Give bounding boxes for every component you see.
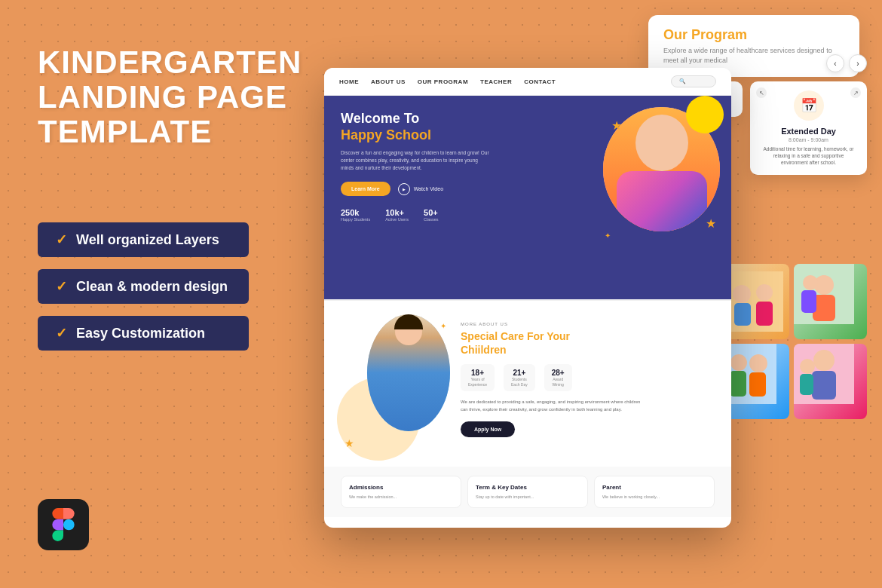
svg-rect-3 (734, 303, 751, 326)
photo-4 (794, 344, 867, 419)
hero-text: Welcome To Happy School (341, 111, 492, 143)
star-decoration-1: ★ (611, 118, 622, 133)
stat-students: 250k Happy Students (341, 208, 370, 222)
extended-day-card: ↖ ↗ 📅 Extended Day 8:00am - 9:00am Addit… (750, 81, 867, 175)
play-icon (398, 183, 410, 195)
nav-contact[interactable]: CONTACT (524, 78, 556, 85)
svg-rect-17 (812, 371, 836, 400)
about-description: We are dedicated to providing a safe, en… (461, 399, 642, 413)
hero-description: Discover a fun and engaging way for chil… (341, 149, 492, 171)
about-title: Special Care For Your Chiildren (461, 329, 642, 357)
stat-classes: 50+ Classes (424, 208, 439, 222)
calendar-icon: 📅 (801, 97, 817, 114)
about-section: ★ ✦ MORE ABOUT US Special Care For Your … (324, 301, 731, 467)
calendar-icon-circle: 📅 (794, 90, 824, 121)
extended-day-time: 8:00am - 9:00am (759, 137, 858, 142)
svg-point-11 (730, 354, 747, 371)
card-admissions-title: Admissions (349, 484, 453, 491)
stat-students-label: Happy Students (341, 217, 370, 222)
website-mockup: HOME ABOUT US OUR PROGRAM TEACHER CONTAC… (324, 68, 731, 528)
hero-image-area: ★ ★ ✦ (599, 103, 720, 247)
ext-left-arrow: ↖ (756, 87, 767, 98)
title-block: KINDERGARTEN LANDING PAGE TEMPLATE (38, 45, 302, 150)
about-image-container: ★ ✦ (341, 314, 450, 453)
hero-buttons: Learn More Watch Video (341, 182, 492, 196)
program-card-title: Our Program (663, 27, 844, 43)
bottom-cards: Admissions We make the admission... Term… (324, 467, 731, 517)
card-parent-desc: We believe in working closely... (602, 494, 706, 500)
person-hair (394, 314, 423, 329)
card-admissions-desc: We make the admission... (349, 494, 453, 500)
search-box[interactable]: 🔍 (671, 75, 716, 87)
left-panel: KINDERGARTEN LANDING PAGE TEMPLATE ✓ Wel… (0, 0, 339, 588)
stat-users-number: 10k+ (385, 208, 409, 217)
feature-item-layers: ✓ Well organized Layers (38, 222, 249, 257)
about-label: MORE ABOUT US (461, 322, 642, 326)
mock-navbar: HOME ABOUT US OUR PROGRAM TEACHER CONTAC… (324, 68, 731, 96)
figma-icon (51, 508, 75, 541)
watch-video-button[interactable]: Watch Video (398, 183, 443, 195)
photo-1-graphic (723, 271, 783, 332)
photo-bg-4 (794, 344, 867, 419)
stat-users-label: Active Users (385, 217, 409, 222)
svg-point-2 (756, 284, 773, 301)
stat-users: 10k+ Active Users (385, 208, 409, 222)
check-icon-3: ✓ (56, 325, 67, 341)
photo-4-graphic (794, 344, 854, 404)
about-star-2: ✦ (440, 322, 446, 330)
next-arrow-button[interactable]: › (849, 54, 867, 72)
svg-point-16 (813, 350, 835, 371)
star-decoration-3: ✦ (605, 231, 611, 240)
feature-item-design: ✓ Clean & modern design (38, 269, 249, 304)
svg-point-18 (800, 359, 815, 374)
photo-grid (716, 264, 867, 419)
card-parent-title: Parent (602, 484, 706, 491)
apply-now-button[interactable]: Apply Now (461, 421, 515, 437)
check-icon-1: ✓ (56, 231, 67, 248)
ext-right-arrow: ↗ (850, 87, 861, 98)
about-star-1: ★ (345, 437, 354, 449)
svg-rect-19 (800, 374, 813, 395)
svg-point-12 (749, 354, 767, 372)
svg-rect-0 (723, 271, 783, 332)
about-stat-experience: 18+ Years ofExperience (461, 364, 495, 391)
prev-arrow-button[interactable]: ‹ (826, 54, 844, 72)
features-list: ✓ Well organized Layers ✓ Clean & modern… (38, 222, 249, 351)
stat-classes-label: Classes (424, 217, 439, 222)
person-image (367, 314, 450, 431)
svg-rect-13 (730, 371, 746, 397)
about-content: MORE ABOUT US Special Care For Your Chii… (461, 314, 642, 453)
figma-logo (38, 499, 89, 550)
card-parent: Parent We believe in working closely... (594, 476, 715, 508)
program-card-description: Explore a wide range of healthcare servi… (663, 46, 844, 65)
hero-stats: 250k Happy Students 10k+ Active Users 50… (341, 208, 492, 222)
feature-item-custom: ✓ Easy Customization (38, 316, 249, 351)
stat-classes-number: 50+ (424, 208, 439, 217)
feature-label-1: Well organized Layers (76, 232, 219, 248)
nav-teacher[interactable]: TEACHER (480, 78, 512, 85)
nav-about[interactable]: ABOUT US (371, 78, 406, 85)
svg-point-1 (733, 285, 751, 303)
nav-program[interactable]: OUR PROGRAM (418, 78, 468, 85)
about-stat-students: 21+ StudentsEach Day (504, 364, 535, 391)
card-admissions: Admissions We make the admission... (341, 476, 461, 508)
main-title: KINDERGARTEN LANDING PAGE TEMPLATE (38, 45, 302, 150)
sun-decoration (686, 96, 724, 133)
about-stat-awards: 28+ AwardWining (544, 364, 572, 391)
check-icon-2: ✓ (56, 278, 67, 295)
about-photo (367, 314, 450, 431)
hero-section: Welcome To Happy School Discover a fun a… (324, 96, 731, 299)
stat-students-number: 250k (341, 208, 370, 217)
about-stats: 18+ Years ofExperience 21+ StudentsEach … (461, 364, 642, 391)
svg-rect-4 (756, 302, 773, 326)
extended-day-description: Additional time for learning, homework, … (759, 145, 858, 166)
nav-home[interactable]: HOME (339, 78, 359, 85)
learn-more-button[interactable]: Learn More (341, 182, 390, 196)
photo-2-graphic (794, 264, 854, 324)
child-face (635, 115, 688, 171)
svg-rect-9 (801, 290, 816, 313)
star-decoration-2: ★ (706, 216, 716, 231)
photo-bg-2 (794, 264, 867, 339)
card-term-dates: Term & Key Dates Stay up to date with im… (467, 476, 588, 508)
card-term-desc: Stay up to date with important... (476, 494, 580, 500)
